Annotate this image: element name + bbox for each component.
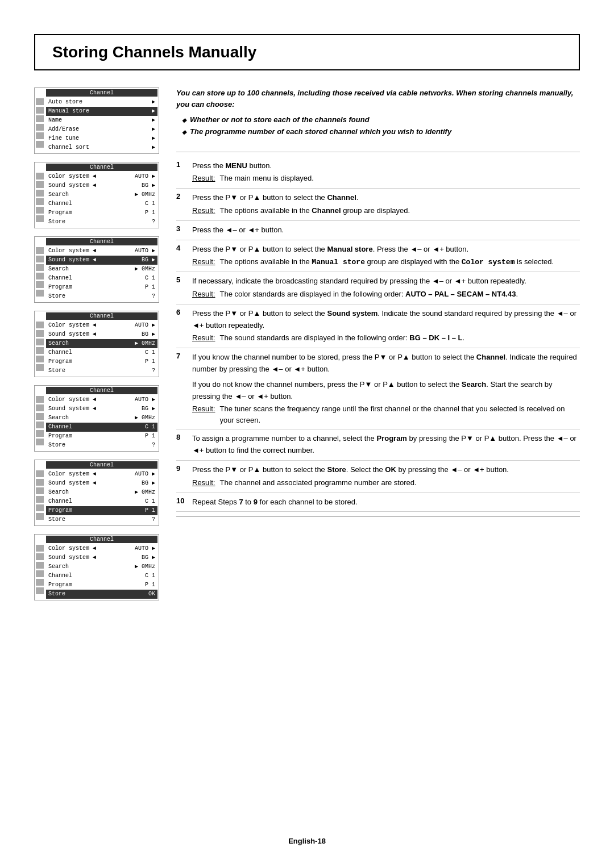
- step-text: Press the ◄– or ◄+ button.: [192, 224, 580, 236]
- menu-icon: [36, 513, 44, 520]
- step-text: Press the P▼ or P▲ button to select the …: [192, 464, 580, 476]
- menu-icon: [36, 132, 44, 139]
- menu-row: Name▶: [46, 116, 157, 125]
- right-column: You can store up to 100 channels, includ…: [176, 87, 580, 825]
- step-text: Repeat Steps 7 to 9 for each channel to …: [192, 496, 580, 508]
- menu-row-value: BG ▶: [142, 256, 155, 264]
- menu-row: ChannelC 1: [46, 199, 157, 208]
- menu-row-label: Search: [48, 265, 69, 273]
- menu-row-label: Add/Erase: [48, 126, 79, 133]
- menu-row-value: C 1: [145, 572, 155, 580]
- menu-icon: [36, 396, 44, 403]
- menu-row: ChannelC 1: [46, 274, 157, 283]
- menu-icon: [36, 98, 44, 105]
- step-text: Press the P▼ or P▲ button to select the …: [192, 244, 580, 256]
- step-row-8: 8To assign a programme number to a chann…: [176, 429, 580, 461]
- menu-screenshot-1: ChannelAuto store▶Manual store▶Name▶Add/…: [34, 87, 159, 154]
- menu-row: ProgramP 1: [46, 581, 157, 590]
- menu-row-label: Program: [48, 358, 72, 366]
- menu-row: Color system ◄AUTO ▶: [46, 321, 157, 330]
- menu-row-label: Channel sort: [48, 144, 89, 152]
- menu-row-value: P 1: [145, 209, 155, 217]
- menu-row: Sound system ◄BG ▶: [46, 553, 157, 562]
- menu-row-label: Sound system ◄: [48, 331, 96, 339]
- left-column: ChannelAuto store▶Manual store▶Name▶Add/…: [34, 87, 159, 825]
- menu-row-value: P 1: [145, 432, 155, 440]
- step-number: 7: [176, 352, 186, 360]
- menu-title-bar: Channel: [46, 164, 157, 171]
- result-row: Result:The options available in the Manu…: [192, 256, 580, 268]
- step-text: To assign a programme number to a channe…: [192, 433, 580, 457]
- menu-icon: [36, 115, 44, 122]
- menu-icon: [36, 553, 44, 560]
- menu-row-value: ▶: [152, 135, 155, 143]
- menu-row: Add/Erase▶: [46, 125, 157, 134]
- step-row-1: 1Press the MENU button.Result:The main m…: [176, 157, 580, 189]
- menu-row-value: ?: [152, 367, 155, 375]
- step-text: Press the MENU button.: [192, 160, 580, 172]
- menu-icon: [36, 198, 44, 205]
- menu-row-label: Sound system ◄: [48, 554, 96, 562]
- menu-screenshot-4: ChannelColor system ◄AUTO ▶Sound system …: [34, 311, 159, 377]
- menu-icon: [36, 496, 44, 503]
- step-text: Press the P▼ or P▲ button to select the …: [192, 192, 580, 204]
- menu-row-value: ?: [152, 293, 155, 301]
- menu-icon: [36, 504, 44, 511]
- menu-row-value: ▶ 0MHz: [135, 563, 155, 571]
- menu-row-label: Store: [48, 441, 65, 449]
- menu-row-label: Store: [48, 218, 65, 226]
- menu-row: Search▶ 0MHz: [46, 562, 157, 571]
- step-row-9: 9Press the P▼ or P▲ button to select the…: [176, 461, 580, 493]
- menu-icon: [36, 107, 44, 114]
- menu-title-bar: Channel: [46, 312, 157, 320]
- menu-row-label: Program: [48, 283, 72, 291]
- menu-icon: [36, 256, 44, 262]
- menu-row-value: C 1: [145, 349, 155, 357]
- menu-row-value: ▶: [152, 126, 155, 133]
- bullet-item: The programme number of each stored chan…: [182, 126, 580, 138]
- page: Storing Channels Manually ChannelAuto st…: [0, 0, 614, 868]
- menu-row-value: ▶: [152, 144, 155, 152]
- menu-screenshot-7: ChannelColor system ◄AUTO ▶Sound system …: [34, 534, 159, 600]
- menu-row-value: BG ▶: [142, 331, 155, 339]
- menu-title-bar: Channel: [46, 461, 157, 469]
- menu-row-label: Search: [48, 340, 69, 348]
- menu-row-label: Auto store: [48, 98, 82, 106]
- result-row: Result:The tuner scans the frequency ran…: [192, 403, 580, 425]
- menu-row-label: Color system ◄: [48, 545, 96, 553]
- step-row-7: 7If you know the channel number to be st…: [176, 348, 580, 429]
- menu-icon: [36, 124, 44, 131]
- menu-row-value: BG ▶: [142, 405, 155, 413]
- menu-row: Store?: [46, 515, 157, 524]
- menu-row: Search▶ 0MHz: [46, 488, 157, 497]
- content-area: ChannelAuto store▶Manual store▶Name▶Add/…: [34, 87, 580, 825]
- menu-row-label: Channel: [48, 572, 72, 580]
- result-row: Result:The sound standards are displayed…: [192, 332, 580, 344]
- step-number: 5: [176, 276, 186, 284]
- page-title: Storing Channels Manually: [34, 34, 580, 70]
- menu-row-value: ?: [152, 218, 155, 226]
- menu-row-value: BG ▶: [142, 554, 155, 562]
- menu-row-label: Store: [48, 367, 65, 375]
- menu-row-value: P 1: [145, 507, 155, 515]
- step-content: Press the MENU button.Result:The main me…: [192, 160, 580, 185]
- result-label: Result:: [192, 256, 215, 268]
- menu-title-bar: Channel: [46, 89, 157, 97]
- menu-row-label: Sound system ◄: [48, 256, 96, 264]
- menu-row-value: AUTO ▶: [135, 470, 155, 478]
- menu-row: Auto store▶: [46, 98, 157, 107]
- menu-icon: [36, 470, 44, 477]
- step-row-3: 3Press the ◄– or ◄+ button.: [176, 221, 580, 240]
- menu-row-label: Program: [48, 507, 72, 515]
- menu-row-label: Channel: [48, 349, 72, 357]
- menu-row: Channel sort▶: [46, 143, 157, 152]
- menu-row-label: Sound system ◄: [48, 182, 96, 190]
- step-number: 9: [176, 464, 186, 473]
- step-row-6: 6Press the P▼ or P▲ button to select the…: [176, 304, 580, 348]
- menu-icon: [36, 281, 44, 288]
- menu-row-label: Search: [48, 563, 69, 571]
- menu-row: ProgramP 1: [46, 357, 157, 366]
- menu-screenshot-3: ChannelColor system ◄AUTO ▶Sound system …: [34, 236, 159, 303]
- menu-icon: [36, 190, 44, 197]
- menu-screenshot-5: ChannelColor system ◄AUTO ▶Sound system …: [34, 385, 159, 452]
